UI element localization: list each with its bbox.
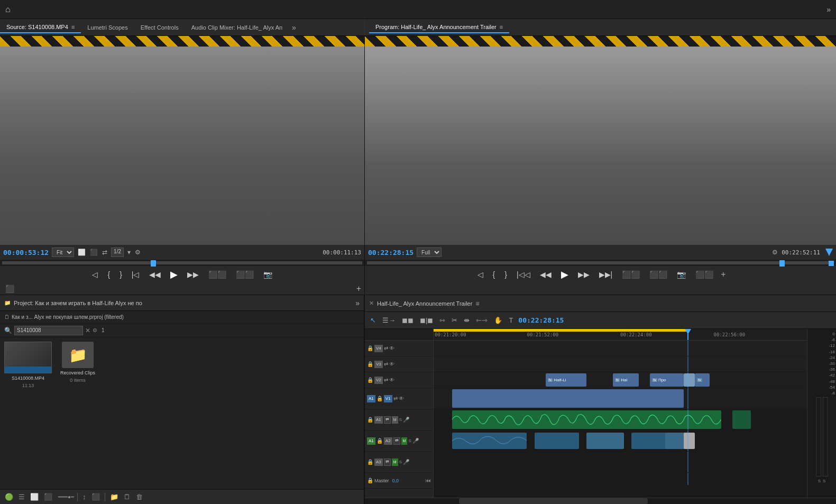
tab-effect-controls[interactable]: Effect Controls — [134, 22, 185, 33]
lock-v4-icon[interactable]: 🔒 — [367, 345, 373, 351]
program-rewind-button[interactable]: ◀◀ — [538, 269, 554, 280]
a2-select-button[interactable]: A1 — [367, 437, 375, 445]
eye-v4-icon[interactable]: 👁 — [389, 345, 394, 351]
lock-v1-icon[interactable]: 🔒 — [376, 396, 383, 401]
program-step-fwd-button[interactable]: ▶▶ — [576, 269, 592, 280]
a3-button[interactable]: A3 — [374, 459, 383, 466]
source-camera-button[interactable]: 📷 — [261, 269, 274, 280]
zoom-slider[interactable]: ━━━●━ — [58, 494, 74, 500]
source-drag-video-button[interactable]: ⬛ — [3, 283, 16, 294]
hand-tool-icon[interactable]: ✋ — [493, 315, 503, 325]
source-add-button[interactable]: + — [356, 284, 361, 294]
clip-v2-1[interactable]: fx Half-Li — [546, 373, 587, 387]
list-view-icon[interactable]: ☰ — [17, 492, 26, 502]
program-step-forward-button[interactable]: } — [502, 269, 509, 280]
clip-v2-5[interactable] — [684, 373, 695, 387]
text-tool-icon[interactable]: T — [508, 315, 514, 325]
freeform-view-icon[interactable]: ⬛ — [42, 492, 54, 502]
audio-clip-a1-end[interactable] — [732, 410, 751, 429]
timeline-menu-icon[interactable]: ≡ — [475, 300, 479, 307]
program-scrubber-row[interactable] — [365, 260, 836, 266]
source-step-back-button[interactable]: { — [105, 269, 112, 280]
new-item-icon[interactable]: 🗒 — [122, 492, 132, 502]
source-zoom-icon[interactable]: ⬜ — [77, 248, 86, 256]
program-fit-dropdown[interactable]: Full — [417, 248, 442, 257]
sync-v3-icon[interactable]: ⇄ — [384, 361, 388, 367]
program-play-button[interactable]: ▶ — [559, 268, 571, 281]
media-item-video[interactable]: S1410008.MP4 11:13 — [4, 342, 52, 485]
clip-v1-main[interactable] — [452, 389, 684, 408]
tab-source-menu-icon[interactable]: ≡ — [71, 24, 75, 30]
a1-sync-icon[interactable]: ⇄ — [384, 416, 391, 424]
tab-source[interactable]: Source: S1410008.MP4 ≡ — [0, 22, 81, 33]
source-mark-in-button[interactable]: ◁ — [90, 269, 100, 280]
program-video-preview[interactable] — [365, 36, 836, 245]
audio-clip-a2-3[interactable] — [586, 433, 624, 449]
audio-clip-a1[interactable] — [452, 410, 721, 429]
lock-a3-icon[interactable]: 🔒 — [367, 459, 373, 465]
sort-icon[interactable]: ↕ — [81, 492, 88, 502]
slip-tool-icon[interactable]: ⇼ — [463, 315, 471, 325]
expand-panels-icon[interactable]: » — [826, 5, 831, 14]
master-end-icon[interactable]: ⏮ — [426, 478, 431, 483]
clip-v2-2[interactable]: fx Hal — [613, 373, 639, 387]
timeline-ruler[interactable]: 00:21:20:00 00:21:52:00 00:22:24:00 00:2… — [434, 329, 807, 341]
source-dropdown-icon[interactable]: ▾ — [127, 248, 131, 256]
sync-v1-icon[interactable]: ⇄ — [393, 396, 398, 401]
project-expand-icon[interactable]: » — [355, 299, 360, 307]
eye-v2-icon[interactable]: 👁 — [389, 377, 394, 383]
tab-audio-mixer[interactable]: Audio Clip Mixer: Half-Life_ Alyx An — [185, 22, 289, 33]
program-multi-camera-button[interactable]: ⬛⬛ — [693, 269, 715, 280]
source-settings-icon[interactable]: ⚙ — [134, 248, 141, 256]
sync-v2-icon[interactable]: ⇄ — [384, 377, 388, 383]
audio-clip-a2-6[interactable] — [684, 433, 695, 449]
source-go-in-button[interactable]: |◁ — [130, 269, 142, 280]
source-step-fwd-button[interactable]: ▶▶ — [185, 269, 201, 280]
razor-tool-icon[interactable]: ✂ — [451, 315, 458, 325]
v1-select-button[interactable]: A1 — [367, 395, 375, 402]
a1-m-button[interactable]: M — [392, 416, 398, 424]
left-panels-more-button[interactable]: » — [289, 23, 299, 32]
program-camera-button[interactable]: 📷 — [675, 269, 688, 280]
v4-button[interactable]: V4 — [374, 345, 383, 352]
lock-v2-icon[interactable]: 🔒 — [367, 377, 373, 383]
source-insert-button[interactable]: ⬛⬛ — [206, 269, 228, 280]
project-settings-icon[interactable]: ⬛ — [90, 492, 102, 502]
tab-program-menu-icon[interactable]: ≡ — [500, 24, 503, 30]
program-go-out-button[interactable]: ▶▶| — [597, 269, 615, 280]
source-overwrite-button[interactable]: ⬛⬛ — [234, 269, 256, 280]
a2-m-button[interactable]: M — [401, 437, 408, 445]
lock-a2-icon[interactable]: 🔒 — [376, 438, 383, 444]
selection-tool-icon[interactable]: ↖ — [369, 315, 377, 325]
track-select-tool-icon[interactable]: ☰→ — [381, 315, 397, 325]
ripple-edit-tool-icon[interactable]: ◼◼ — [401, 315, 415, 325]
rate-stretch-tool-icon[interactable]: ⇿ — [438, 315, 446, 325]
project-search-input[interactable] — [14, 326, 83, 335]
clip-v2-3[interactable]: fx Про — [650, 373, 684, 387]
program-step-back-button[interactable]: { — [491, 269, 498, 280]
slide-tool-icon[interactable]: ⇽⇾ — [475, 315, 489, 325]
program-add-button[interactable]: + — [721, 270, 725, 279]
lock-master-icon[interactable]: 🔒 — [367, 478, 373, 483]
clip-v2-4[interactable]: fx — [695, 373, 710, 387]
tab-program[interactable]: Program: Half-Life_ Alyx Announcement Tr… — [369, 22, 509, 33]
source-play-button[interactable]: ▶ — [168, 268, 180, 281]
eye-v3-icon[interactable]: 👁 — [389, 361, 394, 367]
program-mark-in-button[interactable]: ◁ — [475, 269, 485, 280]
timeline-scrollbar[interactable] — [365, 498, 836, 504]
timeline-close-icon[interactable]: ✕ — [369, 300, 374, 307]
search-settings-icon[interactable]: ⚙ — [93, 327, 97, 333]
a3-sync-icon[interactable]: ⇄ — [384, 459, 391, 466]
source-fit-dropdown[interactable]: Fit — [52, 248, 74, 257]
program-overwrite-button[interactable]: ⬛⬛ — [647, 269, 669, 280]
source-playhead-handle[interactable] — [151, 260, 156, 267]
a2-button[interactable]: A2 — [384, 437, 392, 445]
a1-button[interactable]: A1 — [374, 416, 383, 424]
playhead[interactable] — [687, 329, 688, 340]
delete-icon[interactable]: 🗑 — [134, 492, 144, 502]
icon-view-icon[interactable]: ⬜ — [29, 492, 40, 502]
a2-sync-icon[interactable]: ⇄ — [393, 437, 400, 445]
tab-lumetri[interactable]: Lumetri Scopes — [81, 22, 134, 33]
program-go-in-button[interactable]: |◁◁ — [515, 269, 532, 280]
track-v2[interactable]: fx Half-Li fx Hal fx Про — [434, 372, 807, 388]
